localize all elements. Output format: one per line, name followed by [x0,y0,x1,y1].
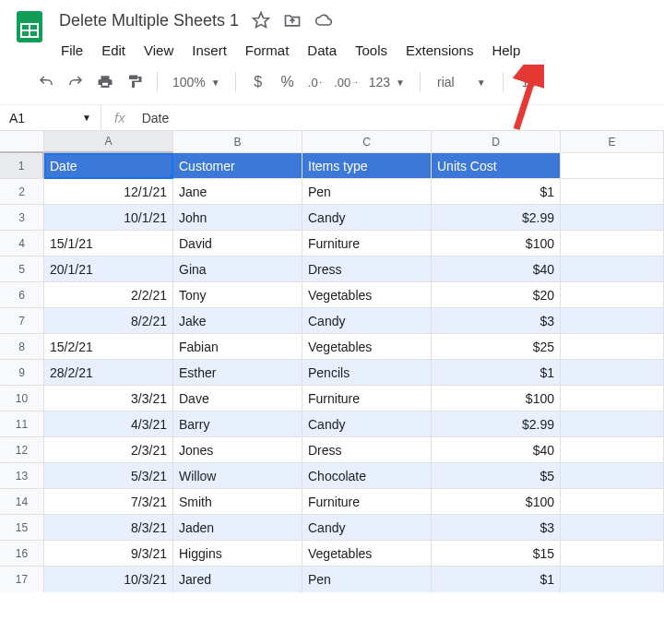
cell[interactable]: Chocolate [302,463,432,489]
cell[interactable]: $40 [432,437,561,463]
cell[interactable]: Barry [173,411,302,437]
menu-view[interactable]: View [136,37,181,64]
menu-edit[interactable]: Edit [94,37,133,64]
row-header[interactable]: 6 [0,282,44,308]
star-icon[interactable] [252,11,270,30]
cell[interactable]: Esther [173,360,302,386]
cell[interactable]: Customer [173,153,302,179]
cell[interactable]: Jared [173,566,302,592]
currency-button[interactable]: $ [245,69,271,95]
cell[interactable]: 3/3/21 [44,386,173,411]
cell[interactable]: Jones [173,437,302,463]
cell[interactable]: $2.99 [432,411,561,437]
cell[interactable]: Vegetables [302,334,432,360]
cell[interactable]: $3 [432,308,561,334]
cell[interactable]: Candy [302,308,432,334]
cell[interactable]: Pen [302,566,432,592]
cell[interactable]: 5/3/21 [44,463,173,489]
format-select[interactable]: 123▼ [363,75,410,89]
cell[interactable]: Dress [302,256,432,282]
cell[interactable]: Tony [173,282,302,308]
cell[interactable] [561,566,664,592]
cell[interactable]: $40 [432,256,561,282]
menu-extensions[interactable]: Extensions [398,37,480,64]
decrease-decimal-button[interactable]: .0← [304,69,330,95]
col-header-A[interactable]: A [44,131,173,153]
row-header[interactable]: 12 [0,437,44,463]
cell[interactable] [561,489,664,515]
cell[interactable]: Dave [173,386,302,411]
cell[interactable]: $1 [432,566,561,592]
cell[interactable]: $25 [432,334,561,360]
name-box[interactable]: A1 ▼ [0,105,101,130]
row-header[interactable]: 14 [0,489,44,515]
percent-button[interactable]: % [275,69,301,95]
cell[interactable]: 10/1/21 [44,205,173,231]
row-header[interactable]: 8 [0,334,44,360]
row-header[interactable]: 3 [0,205,44,231]
cell[interactable]: $1 [432,360,561,386]
row-header[interactable]: 1 [0,153,44,179]
cell[interactable]: $3 [432,515,561,541]
col-header-D[interactable]: D [432,131,561,153]
cell[interactable]: Items type [302,153,432,179]
cell[interactable] [561,205,664,231]
cell[interactable]: 10/3/21 [44,566,173,592]
cell[interactable]: Units Cost [432,153,561,179]
cell[interactable] [561,308,664,334]
menu-tools[interactable]: Tools [348,37,395,64]
cell[interactable]: Date [44,153,173,179]
cell[interactable]: Jane [173,179,302,205]
cell[interactable]: Candy [302,411,432,437]
col-header-C[interactable]: C [302,131,432,153]
cell[interactable]: Dress [302,437,432,463]
row-header[interactable]: 15 [0,515,44,541]
cell[interactable]: $1 [432,179,561,205]
cell[interactable]: Higgins [173,541,302,566]
cell[interactable]: Pen [302,179,432,205]
cell[interactable] [561,231,664,256]
cell[interactable] [561,360,664,386]
row-header[interactable]: 7 [0,308,44,334]
zoom-select[interactable]: 100%▼ [167,75,226,89]
cell[interactable]: 2/2/21 [44,282,173,308]
row-header[interactable]: 4 [0,231,44,256]
cell[interactable] [561,334,664,360]
cell[interactable]: 15/1/21 [44,231,173,256]
cell[interactable]: Vegetables [302,282,432,308]
cell[interactable]: Furniture [302,386,432,411]
cell[interactable]: Vegetables [302,541,432,566]
row-header[interactable]: 9 [0,360,44,386]
cell[interactable] [561,153,664,179]
row-header[interactable]: 11 [0,411,44,437]
cell[interactable] [561,437,664,463]
menu-data[interactable]: Data [300,37,344,64]
cell[interactable]: $100 [432,489,561,515]
cell[interactable] [561,179,664,205]
move-icon[interactable] [283,11,302,30]
cell[interactable]: 20/1/21 [44,256,173,282]
font-select[interactable]: rial▼ [430,75,493,89]
cell[interactable]: 2/3/21 [44,437,173,463]
cell[interactable]: Fabian [173,334,302,360]
cell[interactable]: David [173,231,302,256]
menu-file[interactable]: File [53,37,90,64]
cell[interactable]: 9/3/21 [44,541,173,566]
cell[interactable] [561,256,664,282]
row-header[interactable]: 16 [0,541,44,566]
cell[interactable]: Gina [173,256,302,282]
cell[interactable]: Willow [173,463,302,489]
undo-button[interactable] [33,69,59,95]
row-header[interactable]: 2 [0,179,44,205]
cell[interactable]: Jaden [173,515,302,541]
row-header[interactable]: 10 [0,386,44,411]
cell[interactable]: $2.99 [432,205,561,231]
col-header-E[interactable]: E [561,131,664,153]
paint-format-button[interactable] [122,69,148,95]
cell[interactable]: Candy [302,515,432,541]
cell[interactable] [561,541,664,566]
cell[interactable]: 28/2/21 [44,360,173,386]
cell[interactable]: Candy [302,205,432,231]
cell[interactable]: $15 [432,541,561,566]
cell[interactable]: 8/3/21 [44,515,173,541]
